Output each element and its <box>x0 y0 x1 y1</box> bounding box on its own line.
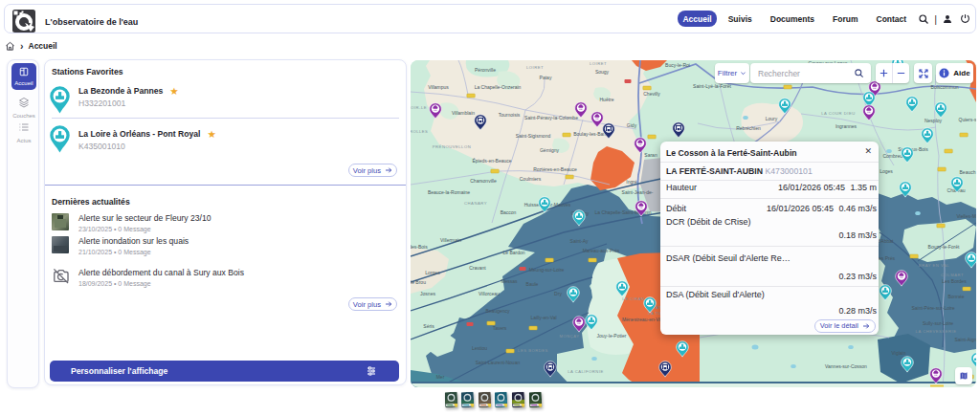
svg-text:Vielles-Ma: Vielles-Ma <box>956 213 976 219</box>
svg-text:Gidy: Gidy <box>627 122 637 128</box>
svg-text:Villampus: Villampus <box>428 84 449 90</box>
svg-text:Chevilly: Chevilly <box>643 91 660 97</box>
svg-text:Saran: Saran <box>644 152 657 158</box>
svg-text:Patay: Patay <box>540 75 552 80</box>
svg-text:Rebréchien: Rebréchien <box>736 125 761 131</box>
svg-text:Les Bordes: Les Bordes <box>942 278 967 284</box>
svg-text:Loury: Loury <box>766 116 778 121</box>
svg-text:Lailly-en-Val: Lailly-en-Val <box>530 315 556 320</box>
svg-text:Gémigny: Gémigny <box>540 147 560 153</box>
svg-text:Rozières-en-Beauce: Rozières-en-Beauce <box>533 166 577 172</box>
svg-text:Charsonville: Charsonville <box>470 178 497 184</box>
svg-text:PRÉNOUVELLON: PRÉNOUVELLON <box>433 144 471 149</box>
svg-text:Épieds-en-Beauce: Épieds-en-Beauce <box>472 158 511 164</box>
svg-text:Bucy-le-Roi: Bucy-le-Roi <box>665 62 690 68</box>
svg-text:Quiers-s: Quiers-s <box>959 117 976 122</box>
svg-text:Josnes: Josnes <box>420 291 435 296</box>
svg-text:Huêtre: Huêtre <box>599 97 613 102</box>
svg-text:Beauch: Beauch <box>960 169 976 175</box>
svg-text:Tournoisis: Tournoisis <box>499 112 521 118</box>
svg-text:Beaugency: Beaugency <box>485 308 510 314</box>
svg-text:Saint-Jean-de-: Saint-Jean-de- <box>622 189 654 195</box>
svg-text:les Prés: les Prés <box>878 255 896 261</box>
svg-text:ZOIR-LE: ZOIR-LE <box>411 105 427 110</box>
svg-text:Ingrannes: Ingrannes <box>835 123 858 129</box>
svg-text:LES BORDES: LES BORDES <box>518 348 548 353</box>
svg-text:Dry: Dry <box>554 291 562 296</box>
svg-text:Villorceau: Villorceau <box>479 291 500 296</box>
svg-text:BRAY EN VAL: BRAY EN VAL <box>919 263 949 268</box>
svg-text:Coulmiers: Coulmiers <box>520 176 542 182</box>
svg-text:Saint-Père-sur-Loire: Saint-Père-sur-Loire <box>911 305 954 311</box>
svg-text:Boiscommun: Boiscommun <box>931 84 959 90</box>
svg-text:Loges: Loges <box>880 168 893 174</box>
svg-text:Sougy: Sougy <box>595 69 610 75</box>
svg-text:BROLLES: BROLLES <box>411 129 428 134</box>
svg-text:LA CALIFORNIE: LA CALIFORNIE <box>568 369 604 374</box>
svg-text:COLMART: COLMART <box>941 273 964 277</box>
svg-text:Sully-sur-Loire: Sully-sur-Loire <box>923 320 953 326</box>
svg-text:LOIRET: LOIRET <box>526 65 544 70</box>
svg-text:Bonnée: Bonnée <box>947 294 964 299</box>
svg-text:LA CHEVESSERIE: LA CHEVESSERIE <box>916 329 957 334</box>
svg-text:Saint-Ay: Saint-Ay <box>570 238 589 244</box>
svg-text:Mareau-aux-Prés: Mareau-aux-Prés <box>583 248 620 253</box>
svg-text:Vannes-sur-Cosson: Vannes-sur-Cosson <box>825 363 867 369</box>
svg-text:Le Bardon: Le Bardon <box>502 250 524 255</box>
svg-text:Viglain: Viglain <box>892 350 906 356</box>
svg-text:Bouzy-le-Forêt: Bouzy-le-Forêt <box>928 244 960 250</box>
svg-text:Nesploy: Nesploy <box>924 118 943 123</box>
svg-text:La Chapelle-Onzerain: La Chapelle-Onzerain <box>475 84 522 90</box>
svg-text:LE CIRAN: LE CIRAN <box>622 296 644 301</box>
svg-text:Cravant: Cravant <box>469 265 486 271</box>
svg-text:Villamblain: Villamblain <box>452 110 475 116</box>
svg-text:d'Abbat: d'Abbat <box>878 238 894 244</box>
svg-text:Saint-Sigismond: Saint-Sigismond <box>516 133 551 139</box>
svg-text:Tavers: Tavers <box>493 325 507 331</box>
svg-text:Baccon: Baccon <box>501 209 517 215</box>
svg-text:Saint-Péravy-la-Colombe: Saint-Péravy-la-Colombe <box>524 115 578 120</box>
svg-text:Mer: Mer <box>436 374 445 380</box>
svg-text:Saint-Laurent-Nouan: Saint-Laurent-Nouan <box>476 360 521 365</box>
svg-text:LA COUR DIEU: LA COUR DIEU <box>821 111 856 116</box>
svg-text:CHANARY: CHANARY <box>464 201 487 206</box>
svg-text:Péronville: Péronville <box>475 67 496 73</box>
svg-text:Séris: Séris <box>423 323 434 329</box>
svg-text:Baule: Baule <box>526 281 539 287</box>
svg-text:Ingré: Ingré <box>626 179 637 185</box>
svg-text:le Brou: le Brou <box>411 279 426 285</box>
svg-text:Lestiou: Lestiou <box>472 345 487 351</box>
svg-text:Beauce-la-Romaine: Beauce-la-Romaine <box>428 189 470 195</box>
svg-text:Lorges: Lorges <box>425 270 440 275</box>
svg-text:Saint-Lyé-la-Forêt: Saint-Lyé-la-Forêt <box>693 83 731 89</box>
svg-text:Jouy-le-Potier: Jouy-le-Potier <box>597 333 627 339</box>
svg-text:Villermain: Villermain <box>440 237 461 243</box>
svg-text:des-Bois: des-Bois <box>411 244 428 250</box>
svg-text:Messas: Messas <box>501 278 518 284</box>
svg-text:MONÇAY: MONÇAY <box>559 334 579 339</box>
svg-text:LOIRET: LOIRET <box>590 61 607 66</box>
svg-text:Meung-sur-Loire: Meung-sur-Loire <box>529 267 565 273</box>
svg-text:Saint-Aign: Saint-Aign <box>954 337 976 342</box>
